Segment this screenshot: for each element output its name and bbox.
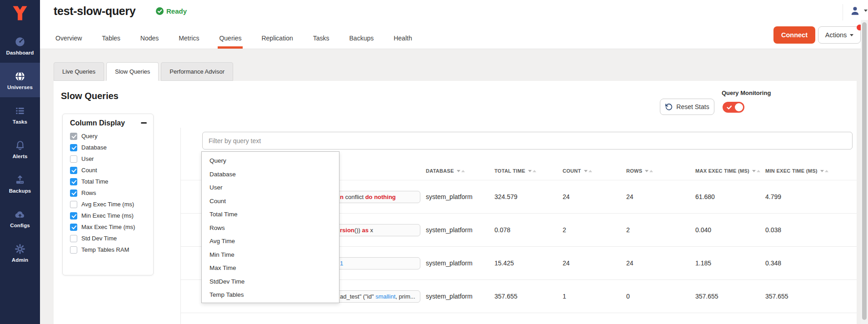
checkbox-row-min-exec-time[interactable]: Min Exec Time (ms) bbox=[70, 210, 150, 221]
checkbox[interactable] bbox=[70, 212, 77, 219]
checkbox-row-total-time[interactable]: Total Time bbox=[70, 176, 150, 187]
dropdown-item-temp-tables[interactable]: Temp Tables bbox=[202, 288, 339, 302]
tab-metrics[interactable]: Metrics bbox=[179, 28, 199, 49]
sort-icon bbox=[645, 170, 653, 172]
checkbox-label: Database bbox=[81, 144, 107, 151]
database-cell: system_platform bbox=[426, 180, 473, 214]
checkbox[interactable] bbox=[70, 167, 77, 174]
dropdown-item-avg-time[interactable]: Avg Time bbox=[202, 234, 339, 248]
yugabyte-logo-icon[interactable] bbox=[11, 4, 29, 22]
total-time-cell: 324.579 bbox=[494, 180, 518, 214]
query-filter-input[interactable] bbox=[202, 132, 853, 150]
checkbox[interactable] bbox=[70, 155, 77, 163]
sidebar-item-label: Configs bbox=[10, 223, 30, 228]
scrollbar-thumb[interactable] bbox=[862, 22, 867, 320]
checkbox[interactable] bbox=[70, 144, 77, 151]
checkbox-row-database[interactable]: Database bbox=[70, 142, 150, 153]
dropdown-item-min-time[interactable]: Min Time bbox=[202, 248, 339, 262]
checkbox-row-std-dev-time[interactable]: Std Dev Time bbox=[70, 233, 150, 244]
column-display-list: Query Database User Count Total Time Row… bbox=[70, 130, 150, 255]
checkbox[interactable] bbox=[70, 235, 77, 242]
dropdown-item-total-time[interactable]: Total Time bbox=[202, 208, 339, 221]
tab-nodes[interactable]: Nodes bbox=[140, 28, 159, 49]
gear-icon bbox=[14, 243, 26, 255]
total-time-cell: 357.655 bbox=[494, 280, 518, 313]
checkbox-label: Total Time bbox=[81, 178, 108, 185]
collapse-icon[interactable] bbox=[141, 122, 147, 124]
column-display-card: Column Display Query Database User Count… bbox=[62, 114, 154, 275]
rotate-ccw-icon bbox=[665, 103, 673, 111]
tab-tasks[interactable]: Tasks bbox=[313, 28, 329, 49]
tab-backups[interactable]: Backups bbox=[349, 28, 374, 49]
count-cell: 24 bbox=[563, 247, 570, 280]
sidebar-item-tasks[interactable]: Tasks bbox=[0, 97, 40, 132]
checkbox-row-user[interactable]: User bbox=[70, 153, 150, 164]
dropdown-item-database[interactable]: Database bbox=[202, 168, 339, 181]
sidebar-item-alerts[interactable]: Alerts bbox=[0, 132, 40, 166]
dropdown-item-user[interactable]: User bbox=[202, 181, 339, 194]
checkbox-row-count[interactable]: Count bbox=[70, 164, 150, 176]
reset-stats-label: Reset Stats bbox=[676, 103, 709, 110]
query-monitoring-toggle[interactable] bbox=[723, 102, 744, 113]
content-area: Live Queries Slow Queries Performance Ad… bbox=[40, 49, 868, 324]
max-exec-time-cell: 357.655 bbox=[695, 280, 718, 313]
checkbox[interactable] bbox=[70, 133, 77, 140]
column-header-database[interactable]: DATABASE bbox=[426, 161, 465, 180]
status-badge: Ready bbox=[156, 7, 187, 15]
sort-icon bbox=[752, 170, 760, 172]
checkbox-row-rows[interactable]: Rows bbox=[70, 187, 150, 199]
upload-icon bbox=[14, 174, 26, 186]
column-filter-dropdown: Query Database User Count Total Time Row… bbox=[201, 151, 339, 303]
column-header-min-exec-time[interactable]: MIN EXEC TIME (MS) bbox=[765, 161, 828, 180]
reset-stats-button[interactable]: Reset Stats bbox=[660, 99, 714, 115]
tab-queries[interactable]: Queries bbox=[219, 28, 241, 49]
subtab-performance-advisor[interactable]: Performance Advisor bbox=[161, 62, 233, 81]
chevron-down-icon bbox=[864, 10, 868, 12]
column-header-max-exec-time[interactable]: MAX EXEC TIME (MS) bbox=[695, 161, 760, 180]
dropdown-item-max-time[interactable]: Max Time bbox=[202, 261, 339, 275]
checkbox-label: Count bbox=[81, 167, 97, 174]
column-header-rows[interactable]: ROWS bbox=[626, 161, 653, 180]
sidebar-item-label: Tasks bbox=[13, 119, 27, 125]
user-menu-button[interactable] bbox=[850, 5, 868, 16]
subtab-slow-queries[interactable]: Slow Queries bbox=[106, 62, 159, 81]
toggle-knob bbox=[735, 103, 743, 111]
sidebar-item-universes[interactable]: Universes bbox=[0, 63, 40, 97]
sidebar-item-admin[interactable]: Admin bbox=[0, 235, 40, 270]
sidebar-item-configs[interactable]: Configs bbox=[0, 201, 40, 235]
tab-tables[interactable]: Tables bbox=[102, 28, 120, 49]
checkbox-label: Min Exec Time (ms) bbox=[81, 212, 134, 219]
dropdown-item-rows[interactable]: Rows bbox=[202, 221, 339, 235]
connect-button[interactable]: Connect bbox=[773, 26, 815, 44]
subtab-live-queries[interactable]: Live Queries bbox=[54, 62, 104, 81]
min-exec-time-cell: 4.799 bbox=[765, 180, 781, 214]
chevron-down-icon bbox=[850, 34, 853, 36]
column-header-count[interactable]: COUNT bbox=[563, 161, 592, 180]
checkbox-row-avg-exec-time[interactable]: Avg Exec Time (ms) bbox=[70, 199, 150, 210]
checkbox[interactable] bbox=[70, 246, 77, 254]
actions-button[interactable]: Actions bbox=[818, 26, 861, 44]
sidebar-item-backups[interactable]: Backups bbox=[0, 166, 40, 201]
sidebar-item-dashboard[interactable]: Dashboard bbox=[0, 28, 40, 63]
dropdown-item-stddev-time[interactable]: StdDev Time bbox=[202, 275, 339, 289]
cloud-upload-icon bbox=[14, 209, 26, 220]
tab-overview[interactable]: Overview bbox=[55, 28, 82, 49]
checkbox[interactable] bbox=[70, 201, 77, 208]
column-header-total-time[interactable]: TOTAL TIME bbox=[494, 161, 536, 180]
dropdown-item-query[interactable]: Query bbox=[202, 154, 339, 168]
page-title: Slow Queries bbox=[61, 91, 119, 101]
checkbox-row-max-exec-time[interactable]: Max Exec Time (ms) bbox=[70, 221, 150, 233]
checkbox-label: User bbox=[81, 155, 94, 162]
checkbox-label: Temp Tables RAM bbox=[81, 246, 129, 253]
sidebar-item-label: Dashboard bbox=[6, 50, 34, 55]
checkbox-row-query[interactable]: Query bbox=[70, 130, 150, 142]
dropdown-item-count[interactable]: Count bbox=[202, 194, 339, 208]
checkbox[interactable] bbox=[70, 189, 77, 197]
tab-health[interactable]: Health bbox=[394, 28, 412, 49]
min-exec-time-cell: 0.348 bbox=[765, 247, 781, 280]
checkbox-row-temp-tables-ram[interactable]: Temp Tables RAM bbox=[70, 244, 150, 255]
tab-replication[interactable]: Replication bbox=[261, 28, 293, 49]
checkbox[interactable] bbox=[70, 178, 77, 185]
checkbox[interactable] bbox=[70, 224, 77, 231]
sidebar-item-label: Alerts bbox=[12, 154, 27, 159]
